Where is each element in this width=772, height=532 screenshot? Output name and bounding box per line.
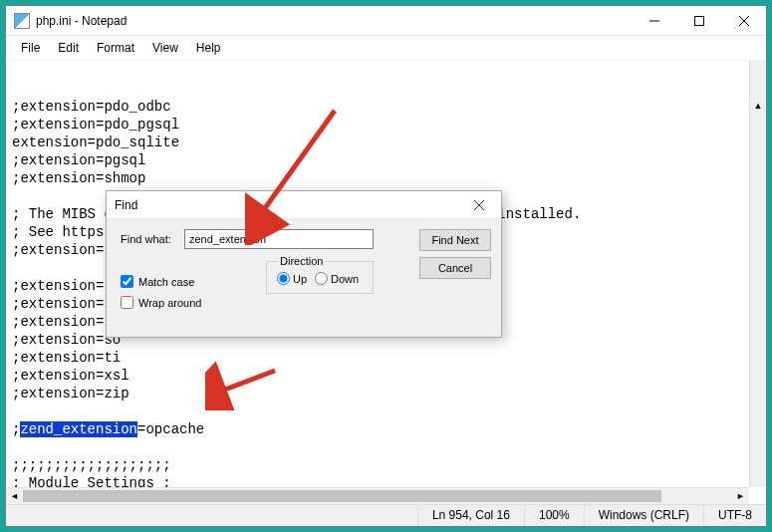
match-case-checkbox[interactable]: Match case xyxy=(121,275,201,288)
menu-view[interactable]: View xyxy=(145,39,185,57)
vertical-scrollbar[interactable]: ▴ xyxy=(749,61,766,487)
find-dialog-titlebar: Find xyxy=(107,191,501,219)
direction-label: Direction xyxy=(277,255,326,267)
cancel-button[interactable]: Cancel xyxy=(419,257,491,279)
status-position: Ln 954, Col 16 xyxy=(417,505,524,526)
editor-highlight: zend_extension xyxy=(20,421,137,437)
statusbar: Ln 954, Col 16 100% Windows (CRLF) UTF-8 xyxy=(6,504,766,526)
status-lineending: Windows (CRLF) xyxy=(584,505,703,526)
scroll-up-icon[interactable]: ▴ xyxy=(750,97,766,114)
menu-format[interactable]: Format xyxy=(90,39,141,57)
maximize-button[interactable] xyxy=(676,6,721,35)
svg-rect-1 xyxy=(694,16,703,25)
notepad-window: php.ini - Notepad File Edit Format View … xyxy=(5,5,767,527)
status-encoding: UTF-8 xyxy=(703,505,766,526)
wrap-around-checkbox[interactable]: Wrap around xyxy=(121,296,201,309)
minimize-button[interactable] xyxy=(632,6,676,35)
scroll-thumb[interactable] xyxy=(23,490,661,502)
window-title: php.ini - Notepad xyxy=(36,14,632,28)
horizontal-scrollbar[interactable]: ◂ ▸ xyxy=(6,487,749,504)
menu-edit[interactable]: Edit xyxy=(51,39,86,57)
direction-up-radio[interactable]: Up xyxy=(277,272,307,285)
find-dialog-title: Find xyxy=(115,198,137,212)
find-what-label: Find what: xyxy=(121,233,176,245)
find-close-button[interactable] xyxy=(465,191,493,219)
status-zoom: 100% xyxy=(524,505,584,526)
direction-down-radio[interactable]: Down xyxy=(315,272,359,285)
titlebar: php.ini - Notepad xyxy=(6,6,766,36)
find-input[interactable] xyxy=(184,229,374,249)
notepad-icon xyxy=(14,13,30,29)
direction-group: Direction Up Down xyxy=(266,261,374,294)
find-dialog: Find Find what: Find Next Cancel Directi… xyxy=(106,190,502,338)
scroll-left-icon[interactable]: ◂ xyxy=(6,488,23,505)
find-next-button[interactable]: Find Next xyxy=(419,229,491,251)
menubar: File Edit Format View Help xyxy=(6,36,766,60)
close-button[interactable] xyxy=(721,6,766,35)
menu-file[interactable]: File xyxy=(14,39,47,57)
menu-help[interactable]: Help xyxy=(189,39,228,57)
scroll-right-icon[interactable]: ▸ xyxy=(732,488,749,505)
